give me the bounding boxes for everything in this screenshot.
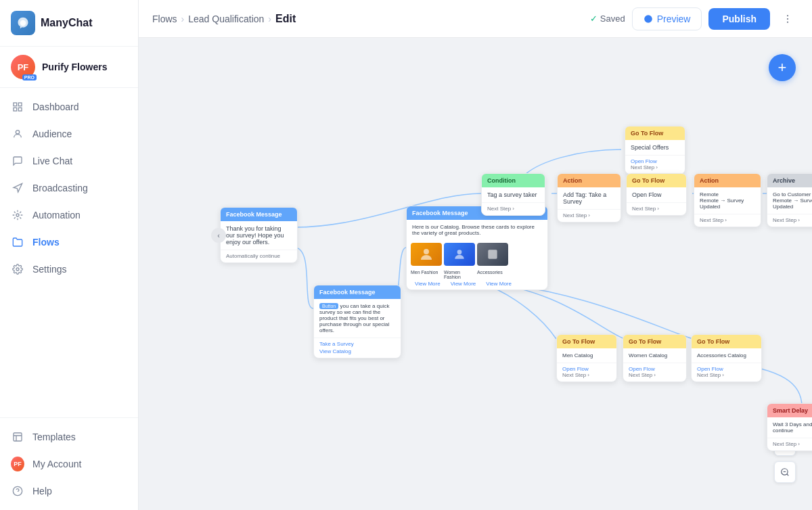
svg-point-5 <box>16 131 19 134</box>
breadcrumb: Flows › Lead Qualification › Edit <box>152 13 296 25</box>
preview-button[interactable]: Preview <box>632 7 702 30</box>
svg-rect-9 <box>14 433 22 441</box>
account-name: Purify Flowers <box>42 62 107 72</box>
svg-rect-1 <box>14 103 17 106</box>
catalog-image-3 <box>477 243 508 266</box>
header-actions: ✓ Saved Preview Publish <box>590 7 798 30</box>
svg-point-8 <box>16 268 19 271</box>
breadcrumb-lead-qual[interactable]: Lead Qualification <box>188 14 264 24</box>
sidebar-item-settings[interactable]: Settings <box>0 256 138 283</box>
svg-rect-3 <box>14 108 17 111</box>
node-nav-arrow[interactable]: ‹ <box>211 228 226 243</box>
sidebar: ManyChat PF PRO Purify Flowers Dashboard… <box>0 0 139 510</box>
sidebar-item-my-account[interactable]: PF My Account <box>0 450 138 478</box>
main-area: Flows › Lead Qualification › Edit ✓ Save… <box>139 0 812 510</box>
svg-point-24 <box>424 249 429 254</box>
sidebar-item-automation[interactable]: Automation <box>0 202 138 229</box>
node-go-to-flow-1[interactable]: Go To Flow Open Flow Next Step › <box>626 173 687 216</box>
sidebar-item-label: Templates <box>32 432 76 442</box>
sidebar-item-dashboard[interactable]: Dashboard <box>0 93 138 120</box>
node-condition[interactable]: Condition Tag a survey taker Next Step › <box>481 173 545 216</box>
sidebar-item-label: Dashboard <box>32 101 79 112</box>
breadcrumb-flows[interactable]: Flows <box>152 14 177 24</box>
node-action-remote[interactable]: Action RemoteRemote → Survey Updated Nex… <box>694 173 761 227</box>
node-action-1[interactable]: Action Add Tag: Take a Survey Next Step … <box>557 173 621 223</box>
sidebar-item-audience[interactable]: Audience <box>0 120 138 147</box>
publish-button[interactable]: Publish <box>708 8 770 30</box>
node-facebook-message-3[interactable]: Facebook Message Button you can take a q… <box>313 285 401 358</box>
node-facebook-message-1[interactable]: Facebook Message Thank you for taking ou… <box>220 207 298 263</box>
node-go-to-flow-women-catalog[interactable]: Go To Flow Women Catalog Open Flow Next … <box>623 334 687 382</box>
node-action-archive[interactable]: Archive Go to Customer FlowRemote → Surv… <box>767 173 812 227</box>
pro-badge: PRO <box>22 74 37 80</box>
help-icon <box>11 484 24 498</box>
svg-point-15 <box>787 18 788 20</box>
add-node-button[interactable]: + <box>769 54 796 81</box>
flows-icon <box>11 235 24 249</box>
sidebar-item-label: Flows <box>32 237 60 248</box>
catalog-image-1 <box>411 243 442 266</box>
flow-canvas[interactable]: + <box>139 38 812 510</box>
sidebar-item-live-chat[interactable]: Live Chat <box>0 147 138 175</box>
main-nav: Dashboard Audience Live Chat Broadcastin… <box>0 88 138 417</box>
sidebar-item-broadcasting[interactable]: Broadcasting <box>0 175 138 202</box>
sidebar-bottom: Templates PF My Account Help <box>0 417 138 510</box>
more-options-button[interactable] <box>777 8 798 30</box>
sidebar-item-label: Automation <box>32 210 81 221</box>
logo-icon <box>11 11 35 35</box>
svg-point-16 <box>787 21 788 22</box>
automation-icon <box>11 208 24 222</box>
dashboard-icon <box>11 100 24 114</box>
sidebar-item-label: Settings <box>32 264 67 275</box>
avatar: PF PRO <box>11 55 35 79</box>
svg-rect-26 <box>488 250 497 258</box>
settings-icon <box>11 262 24 276</box>
broadcast-icon <box>11 181 24 195</box>
svg-point-25 <box>457 250 462 254</box>
audience-icon <box>11 127 24 141</box>
templates-icon <box>11 430 24 444</box>
sidebar-item-label: Audience <box>32 129 72 139</box>
sidebar-item-help[interactable]: Help <box>0 478 138 505</box>
logo-area: ManyChat <box>0 0 138 47</box>
sidebar-item-label: My Account <box>32 459 81 469</box>
svg-rect-2 <box>18 103 22 106</box>
sidebar-item-flows[interactable]: Flows <box>0 229 138 256</box>
node-smart-delay[interactable]: Smart Delay Wait 3 Days and then continu… <box>767 403 812 451</box>
sidebar-item-label: Live Chat <box>32 156 72 166</box>
node-go-to-flow-accessories-catalog[interactable]: Go To Flow Accessories Catalog Open Flow… <box>691 334 762 382</box>
svg-line-22 <box>787 474 789 476</box>
svg-point-7 <box>16 214 19 216</box>
app-name: ManyChat <box>41 17 92 29</box>
zoom-out-button[interactable] <box>774 461 796 483</box>
catalog-image-2 <box>444 243 475 266</box>
header: Flows › Lead Qualification › Edit ✓ Save… <box>139 0 812 38</box>
svg-point-14 <box>787 15 788 16</box>
sidebar-item-label: Help <box>32 486 52 496</box>
node-facebook-message-catalog[interactable]: Facebook Message Here is our Catalog. Br… <box>406 206 548 290</box>
sidebar-item-templates[interactable]: Templates <box>0 423 138 450</box>
svg-rect-4 <box>18 108 22 111</box>
my-account-icon: PF <box>11 457 24 471</box>
node-go-to-flow-men-catalog[interactable]: Go To Flow Men Catalog Open Flow Next St… <box>556 334 617 382</box>
node-go-to-flow-special-offers[interactable]: Go To Flow Special Offers Open Flow Next… <box>625 126 685 175</box>
sidebar-item-label: Broadcasting <box>32 183 88 193</box>
breadcrumb-edit: Edit <box>275 13 296 25</box>
svg-marker-6 <box>14 183 22 192</box>
chat-icon <box>11 154 24 168</box>
saved-indicator: ✓ Saved <box>590 14 625 24</box>
account-area[interactable]: PF PRO Purify Flowers <box>0 47 138 88</box>
